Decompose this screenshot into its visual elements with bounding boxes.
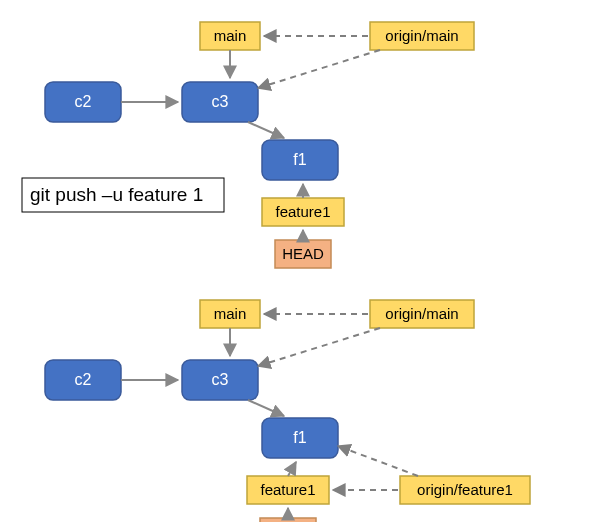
arrow-origin-main-c3 — [258, 50, 380, 88]
arrow-c3-f1 — [248, 400, 284, 416]
remote-origin-main-label: origin/main — [385, 305, 458, 322]
diagram-after: main origin/main c2 c3 f1 feature1 HEAD … — [45, 300, 530, 522]
head-ref-label: HEAD — [282, 245, 324, 262]
commit-c3-label: c3 — [212, 371, 229, 388]
branch-main-label: main — [214, 305, 247, 322]
remote-origin-feature1-label: origin/feature1 — [417, 481, 513, 498]
commit-c2-label: c2 — [75, 371, 92, 388]
diagram-before: main origin/main c2 c3 f1 feature1 HEAD … — [22, 22, 474, 268]
arrow-c3-f1 — [248, 122, 284, 138]
commit-c2-label: c2 — [75, 93, 92, 110]
arrow-origin-feature1-f1 — [338, 446, 418, 476]
branch-feature1-label: feature1 — [275, 203, 330, 220]
arrow-feature1-f1 — [288, 462, 296, 476]
branch-feature1-label: feature1 — [260, 481, 315, 498]
commit-f1-label: f1 — [293, 429, 306, 446]
arrow-origin-main-c3 — [258, 328, 380, 366]
command-text: git push –u feature 1 — [30, 184, 203, 205]
remote-origin-main-label: origin/main — [385, 27, 458, 44]
commit-f1-label: f1 — [293, 151, 306, 168]
git-diagram: main origin/main c2 c3 f1 feature1 HEAD … — [0, 0, 600, 522]
branch-main-label: main — [214, 27, 247, 44]
head-ref — [260, 518, 316, 522]
commit-c3-label: c3 — [212, 93, 229, 110]
